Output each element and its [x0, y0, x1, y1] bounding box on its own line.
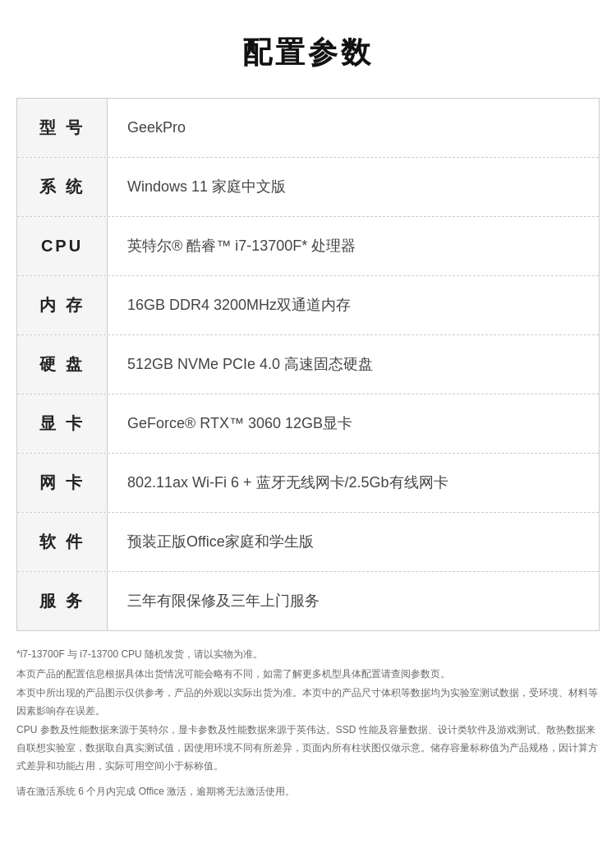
spec-label: 系 统	[17, 158, 108, 216]
table-row: 软 件预装正版Office家庭和学生版	[17, 513, 599, 572]
footnote-line: *i7-13700F 与 i7-13700 CPU 随机发货，请以实物为准。	[16, 646, 600, 664]
table-row: 型 号GeekPro	[17, 99, 599, 158]
spec-value: 16GB DDR4 3200MHz双通道内存	[108, 276, 599, 334]
spec-value: 三年有限保修及三年上门服务	[108, 572, 599, 630]
spec-value: GeekPro	[108, 99, 599, 157]
spec-label: 内 存	[17, 276, 108, 334]
page-title: 配置参数	[16, 33, 600, 73]
spec-value: 英特尔® 酷睿™ i7-13700F* 处理器	[108, 217, 599, 275]
spec-label: 软 件	[17, 513, 108, 571]
spec-value: 预装正版Office家庭和学生版	[108, 513, 599, 571]
spec-label: 型 号	[17, 99, 108, 157]
spec-label: 硬 盘	[17, 335, 108, 394]
footnote-line: 请在激活系统 6 个月内完成 Office 激活，逾期将无法激活使用。	[16, 783, 600, 801]
footnote-line: CPU 参数及性能数据来源于英特尔，显卡参数及性能数据来源于英伟达。SSD 性能…	[16, 722, 600, 775]
table-row: 系 统Windows 11 家庭中文版	[17, 158, 599, 217]
footnotes-section: *i7-13700F 与 i7-13700 CPU 随机发货，请以实物为准。本页…	[16, 646, 600, 801]
table-row: 硬 盘512GB NVMe PCIe 4.0 高速固态硬盘	[17, 335, 599, 394]
spec-value: 512GB NVMe PCIe 4.0 高速固态硬盘	[108, 335, 599, 394]
spec-value: Windows 11 家庭中文版	[108, 158, 599, 216]
table-row: 网 卡802.11ax Wi-Fi 6 + 蓝牙无线网卡/2.5Gb有线网卡	[17, 454, 599, 513]
footnote-line: 本页产品的配置信息根据具体出货情况可能会略有不同，如需了解更多机型具体配置请查阅…	[16, 666, 600, 684]
footnote-line: 本页中所出现的产品图示仅供参考，产品的外观以实际出货为准。本页中的产品尺寸体积等…	[16, 685, 600, 720]
spec-value: GeForce® RTX™ 3060 12GB显卡	[108, 394, 599, 453]
spec-table: 型 号GeekPro系 统Windows 11 家庭中文版CPU英特尔® 酷睿™…	[16, 98, 600, 631]
table-row: 内 存16GB DDR4 3200MHz双通道内存	[17, 276, 599, 335]
spec-label: 网 卡	[17, 454, 108, 512]
spec-label: CPU	[17, 217, 108, 275]
table-row: 服 务三年有限保修及三年上门服务	[17, 572, 599, 630]
spec-label: 显 卡	[17, 394, 108, 453]
table-row: CPU英特尔® 酷睿™ i7-13700F* 处理器	[17, 217, 599, 276]
spec-value: 802.11ax Wi-Fi 6 + 蓝牙无线网卡/2.5Gb有线网卡	[108, 454, 599, 512]
spec-label: 服 务	[17, 572, 108, 630]
table-row: 显 卡GeForce® RTX™ 3060 12GB显卡	[17, 394, 599, 454]
